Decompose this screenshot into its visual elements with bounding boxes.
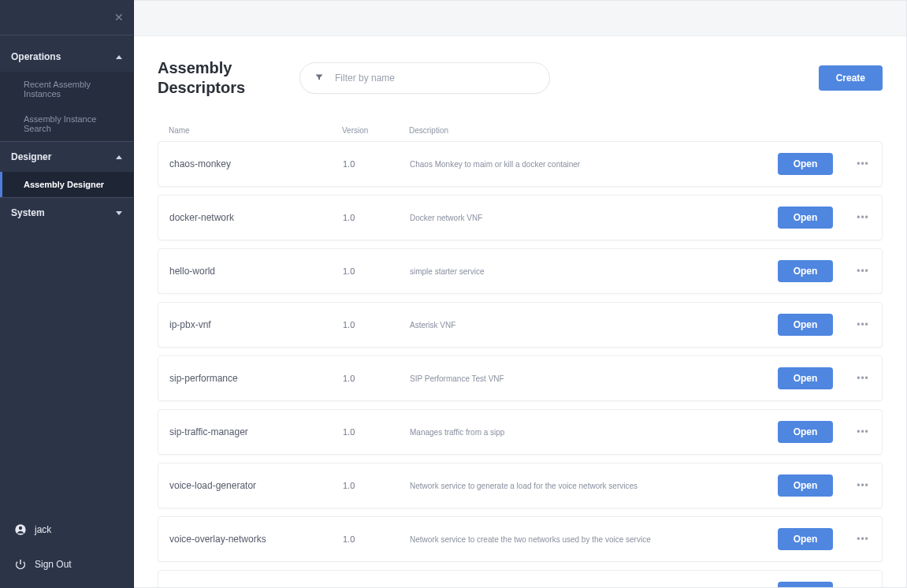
user-profile[interactable]: jack <box>0 512 133 547</box>
filter-icon <box>314 71 324 85</box>
table-row: voice-service1.0Voice ServiceOpen••• <box>158 570 883 587</box>
sidebar-item-assembly-instance-search[interactable]: Assembly Instance Search <box>0 106 133 141</box>
cell-description: Docker network VNF <box>410 214 753 222</box>
sidebar-item-assembly-designer[interactable]: Assembly Designer <box>0 172 133 197</box>
chevron-up-icon <box>116 155 122 159</box>
cell-version: 1.0 <box>343 159 410 169</box>
sign-out-label: Sign Out <box>35 559 72 570</box>
more-icon[interactable]: ••• <box>855 480 871 491</box>
header-row: Assembly Descriptors Create <box>158 58 883 98</box>
close-icon[interactable]: ✕ <box>114 11 124 24</box>
cell-description: simple starter service <box>410 267 753 276</box>
cell-version: 1.0 <box>343 320 410 329</box>
open-button[interactable]: Open <box>778 207 833 229</box>
sidebar: ✕ OperationsRecent Assembly InstancesAss… <box>0 0 134 588</box>
open-button[interactable]: Open <box>778 528 833 550</box>
cell-name: sip-traffic-manager <box>169 426 343 437</box>
more-icon[interactable]: ••• <box>855 266 871 277</box>
main: Assembly Descriptors Create Name Version… <box>134 0 907 588</box>
col-header-version: Version <box>342 126 409 135</box>
open-button[interactable]: Open <box>778 582 833 587</box>
sidebar-section-label: Operations <box>11 51 61 62</box>
cell-version: 1.0 <box>343 427 410 437</box>
cell-version: 1.0 <box>343 534 410 544</box>
table-row: chaos-monkey1.0Chaos Monkey to maim or k… <box>158 141 883 187</box>
search-input[interactable] <box>335 73 535 84</box>
content: Assembly Descriptors Create Name Version… <box>134 36 906 587</box>
more-icon[interactable]: ••• <box>855 158 871 169</box>
cell-version: 1.0 <box>343 481 410 490</box>
table-row: sip-performance1.0SIP Performance Test V… <box>158 355 883 401</box>
table-header: Name Version Description <box>158 120 883 141</box>
top-band <box>134 1 906 36</box>
cell-name: ip-pbx-vnf <box>169 319 343 330</box>
col-header-description: Description <box>409 126 753 135</box>
cell-description: Asterisk VNF <box>410 321 753 329</box>
cell-description: SIP Performance Test VNF <box>410 374 753 383</box>
cell-name: voice-load-generator <box>169 480 343 491</box>
cell-description: Manages traffic from a sipp <box>410 428 753 437</box>
table-row: docker-network1.0Docker network VNFOpen•… <box>158 195 883 240</box>
more-icon[interactable]: ••• <box>855 534 871 545</box>
cell-description: Network service to generate a load for t… <box>410 482 753 490</box>
cell-name: voice-overlay-networks <box>169 534 343 545</box>
table-body: chaos-monkey1.0Chaos Monkey to maim or k… <box>158 141 883 587</box>
open-button[interactable]: Open <box>778 314 833 336</box>
open-button[interactable]: Open <box>778 153 833 175</box>
sidebar-section-label: Designer <box>11 151 51 162</box>
cell-name: chaos-monkey <box>169 158 343 169</box>
table-row: voice-overlay-networks1.0Network service… <box>158 516 883 562</box>
sidebar-bottom: jack Sign Out <box>0 512 133 588</box>
table-row: ip-pbx-vnf1.0Asterisk VNFOpen••• <box>158 302 883 348</box>
table-row: sip-traffic-manager1.0Manages traffic fr… <box>158 409 883 455</box>
cell-name: docker-network <box>169 212 343 223</box>
create-button[interactable]: Create <box>819 65 883 91</box>
more-icon[interactable]: ••• <box>855 212 871 223</box>
open-button[interactable]: Open <box>778 260 833 282</box>
cell-version: 1.0 <box>343 374 410 383</box>
more-icon[interactable]: ••• <box>855 373 871 384</box>
cell-description: Chaos Monkey to maim or kill a docker co… <box>410 160 753 169</box>
cell-name: sip-performance <box>169 373 343 384</box>
open-button[interactable]: Open <box>778 421 833 443</box>
more-icon[interactable]: ••• <box>855 319 871 330</box>
cell-description: Network service to create the two networ… <box>410 535 753 544</box>
user-icon <box>14 523 27 536</box>
sidebar-section-designer[interactable]: Designer <box>0 141 133 172</box>
col-header-name: Name <box>169 126 342 135</box>
svg-point-1 <box>19 527 22 530</box>
more-icon[interactable]: ••• <box>855 426 871 437</box>
cell-version: 1.0 <box>343 266 410 276</box>
page-title: Assembly Descriptors <box>158 58 276 98</box>
sidebar-section-label: System <box>11 207 45 218</box>
user-name: jack <box>35 524 51 535</box>
search-field[interactable] <box>299 62 550 94</box>
sidebar-section-system[interactable]: System <box>0 197 133 228</box>
sidebar-item-recent-assembly-instances[interactable]: Recent Assembly Instances <box>0 72 133 106</box>
sidebar-section-operations[interactable]: Operations <box>0 42 133 72</box>
open-button[interactable]: Open <box>778 367 833 389</box>
power-icon <box>14 558 27 571</box>
cell-version: 1.0 <box>343 213 410 222</box>
cell-name: hello-world <box>169 266 343 277</box>
chevron-down-icon <box>116 211 122 215</box>
sign-out-button[interactable]: Sign Out <box>0 547 133 582</box>
sidebar-top: ✕ <box>0 0 133 35</box>
table-row: hello-world1.0simple starter serviceOpen… <box>158 248 883 294</box>
table-row: voice-load-generator1.0Network service t… <box>158 463 883 508</box>
chevron-up-icon <box>116 55 122 59</box>
open-button[interactable]: Open <box>778 474 833 497</box>
